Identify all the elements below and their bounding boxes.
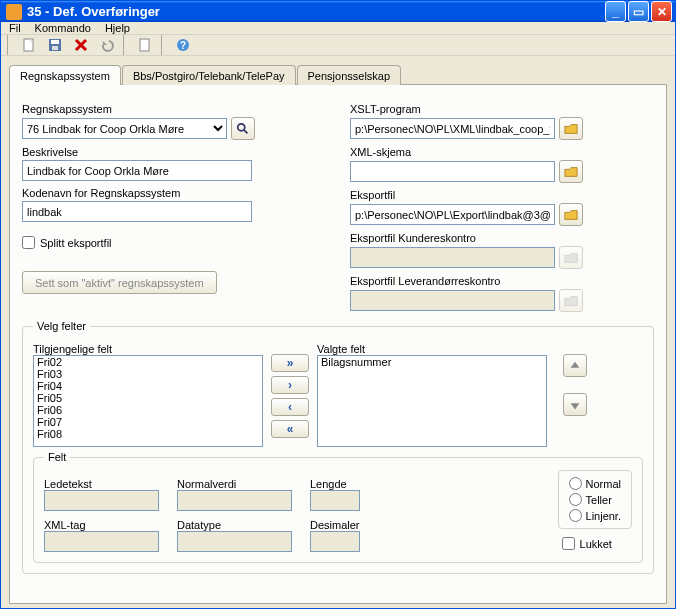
app-icon: [6, 4, 22, 20]
help-icon[interactable]: ?: [173, 35, 193, 55]
menu-bar: Fil Kommando Hjelp: [1, 22, 675, 35]
tab-bbs[interactable]: Bbs/Postgiro/Telebank/TelePay: [122, 65, 296, 85]
menu-hjelp[interactable]: Hjelp: [105, 22, 130, 34]
browse-kunde-button: [559, 246, 583, 269]
tab-regnskapssystem[interactable]: Regnskapssystem: [9, 65, 121, 85]
toolbar: ?: [1, 35, 675, 56]
list-item[interactable]: Fri02: [34, 356, 262, 368]
lengde-label: Lengde: [310, 478, 360, 490]
list-item[interactable]: Bilagsnummer: [318, 356, 546, 368]
add-all-button[interactable]: »: [271, 354, 309, 372]
right-column: XSLT-program XML-skjema Eksportfil: [350, 99, 654, 312]
available-listbox[interactable]: Fri02Fri03Fri04Fri05Fri06Fri07Fri08: [33, 355, 263, 447]
browse-xml-button[interactable]: [559, 160, 583, 183]
desimaler-input[interactable]: [310, 531, 360, 552]
kodenavn-label: Kodenavn for Regnskapssystem: [22, 187, 326, 199]
undo-icon[interactable]: [97, 35, 117, 55]
kunde-input[interactable]: [350, 247, 555, 268]
lukket-checkbox[interactable]: [562, 537, 575, 550]
save-icon[interactable]: [45, 35, 65, 55]
kunde-label: Eksportfil Kundereskontro: [350, 232, 654, 244]
svg-point-7: [238, 123, 245, 130]
browse-eksportfil-button[interactable]: [559, 203, 583, 226]
tab-bar: Regnskapssystem Bbs/Postgiro/Telebank/Te…: [9, 64, 667, 84]
remove-all-button[interactable]: «: [271, 420, 309, 438]
beskrivelse-label: Beskrivelse: [22, 146, 326, 158]
list-item[interactable]: Fri03: [34, 368, 262, 380]
splitt-checkbox[interactable]: [22, 236, 35, 249]
svg-line-8: [244, 129, 248, 133]
minimize-button[interactable]: _: [605, 1, 626, 22]
lukket-label: Lukket: [580, 538, 612, 550]
new-icon[interactable]: [19, 35, 39, 55]
beskrivelse-input[interactable]: [22, 160, 252, 181]
linjenr-radio[interactable]: [569, 509, 582, 522]
regnskapssystem-select[interactable]: 76 Lindbak for Coop Orkla Møre: [22, 118, 227, 139]
selected-listbox[interactable]: Bilagsnummer: [317, 355, 547, 447]
lev-label: Eksportfil Leverandørreskontro: [350, 275, 654, 287]
list-item[interactable]: Fri04: [34, 380, 262, 392]
window-title: 35 - Def. Overføringer: [27, 4, 605, 19]
search-button[interactable]: [231, 117, 255, 140]
window-controls: _ ▭ ✕: [605, 1, 672, 22]
normalverdi-label: Normalverdi: [177, 478, 292, 490]
list-item[interactable]: Fri08: [34, 428, 262, 440]
list-item[interactable]: Fri06: [34, 404, 262, 416]
list-item[interactable]: Fri05: [34, 392, 262, 404]
xml-input[interactable]: [350, 161, 555, 182]
regnskapssystem-label: Regnskapssystem: [22, 103, 326, 115]
list-item[interactable]: Fri07: [34, 416, 262, 428]
menu-fil[interactable]: Fil: [9, 22, 21, 34]
lengde-input[interactable]: [310, 490, 360, 511]
xslt-label: XSLT-program: [350, 103, 654, 115]
velg-felter-group: Velg felter Tilgjengelige felt Fri02Fri0…: [22, 326, 654, 574]
datatype-input[interactable]: [177, 531, 292, 552]
move-down-button[interactable]: [563, 393, 587, 416]
browse-xslt-button[interactable]: [559, 117, 583, 140]
svg-text:?: ?: [180, 40, 186, 51]
svg-rect-2: [51, 40, 59, 44]
ledetekst-label: Ledetekst: [44, 478, 159, 490]
browse-lev-button: [559, 289, 583, 312]
datatype-label: Datatype: [177, 519, 292, 531]
add-button[interactable]: ›: [271, 376, 309, 394]
xmltag-input[interactable]: [44, 531, 159, 552]
eksportfil-input[interactable]: [350, 204, 555, 225]
tab-pensjon[interactable]: Pensjonsselskap: [297, 65, 402, 85]
window: 35 - Def. Overføringer _ ▭ ✕ Fil Kommand…: [0, 0, 676, 609]
content-area: Regnskapssystem Bbs/Postgiro/Telebank/Te…: [1, 56, 675, 609]
svg-rect-3: [52, 46, 58, 50]
xml-label: XML-skjema: [350, 146, 654, 158]
tilgjengelige-label: Tilgjengelige felt: [33, 343, 263, 355]
teller-radio[interactable]: [569, 493, 582, 506]
tab-panel: Regnskapssystem 76 Lindbak for Coop Orkl…: [9, 84, 667, 604]
normalverdi-input[interactable]: [177, 490, 292, 511]
xmltag-label: XML-tag: [44, 519, 159, 531]
desimaler-label: Desimaler: [310, 519, 360, 531]
xslt-input[interactable]: [350, 118, 555, 139]
ledetekst-input[interactable]: [44, 490, 159, 511]
eksportfil-label: Eksportfil: [350, 189, 654, 201]
sett-aktivt-button[interactable]: Sett som "aktivt" regnskapssystem: [22, 271, 217, 294]
close-button[interactable]: ✕: [651, 1, 672, 22]
radio-group: Normal Teller Linjenr.: [558, 470, 632, 529]
splitt-label: Splitt eksportfil: [40, 237, 112, 249]
lev-input[interactable]: [350, 290, 555, 311]
toolbar-sep: [123, 35, 129, 55]
toolbar-sep: [161, 35, 167, 55]
maximize-button[interactable]: ▭: [628, 1, 649, 22]
kodenavn-input[interactable]: [22, 201, 252, 222]
left-column: Regnskapssystem 76 Lindbak for Coop Orkl…: [22, 99, 326, 312]
move-up-button[interactable]: [563, 354, 587, 377]
valgte-label: Valgte felt: [317, 343, 547, 355]
remove-button[interactable]: ‹: [271, 398, 309, 416]
toolbar-sep: [7, 35, 13, 55]
velg-felter-title: Velg felter: [33, 320, 90, 332]
delete-icon[interactable]: [71, 35, 91, 55]
normal-radio[interactable]: [569, 477, 582, 490]
document-icon[interactable]: [135, 35, 155, 55]
felt-group: Felt Ledetekst Normalverdi: [33, 457, 643, 563]
menu-kommando[interactable]: Kommando: [35, 22, 91, 34]
svg-rect-4: [140, 39, 149, 51]
felt-title: Felt: [44, 451, 70, 463]
